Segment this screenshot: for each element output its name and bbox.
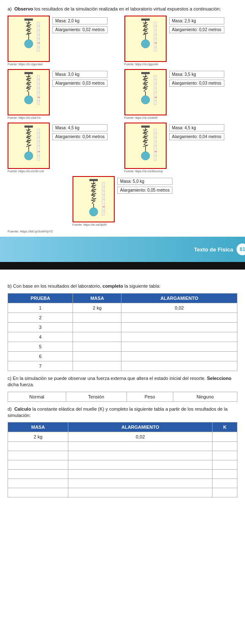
- svg-rect-44: [24, 126, 33, 128]
- option-tension[interactable]: Tensión: [66, 392, 127, 401]
- prueba-row-2: 2: [8, 313, 237, 322]
- prueba-cell-prueba-6: 6: [8, 351, 73, 361]
- section-d-text: la constante elástica del muelle (K) y c…: [8, 406, 228, 418]
- section-a-text: los resultados de la simulación realizad…: [33, 6, 221, 11]
- col-alarg: ALARGAMIENTO: [121, 293, 237, 303]
- calc-cell-k-1: [213, 432, 237, 442]
- svg-point-36: [141, 96, 150, 104]
- calc-cell-k-4: [213, 460, 237, 470]
- experiment-1: Fuente: https://rb.clppc4a4 Masa: 2,0 kg…: [8, 16, 121, 66]
- prueba-cell-alarg-3: [121, 322, 237, 332]
- exp4-source: Fuente: https://rb.cls/de8r: [124, 116, 158, 119]
- section-a-bold: Observo: [14, 6, 33, 11]
- prueba-cell-prueba-3: 3: [8, 322, 73, 332]
- svg-point-58: [141, 152, 150, 160]
- experiment-4: Fuente: https://rb.cls/de8r Masa: 3,5 kg…: [124, 69, 238, 119]
- calc-cell-k-6: [213, 479, 237, 488]
- section-a-intro: a) Observo los resultados de la simulaci…: [8, 6, 237, 12]
- section-d-label: d): [8, 406, 12, 412]
- svg-point-3: [24, 40, 33, 48]
- svg-rect-0: [24, 19, 33, 21]
- experiments-grid: Fuente: https://rb.clppc4a4 Masa: 2,0 kg…: [8, 16, 237, 173]
- calc-cell-alarg-2: [68, 442, 213, 451]
- exp4-spring-image: [124, 69, 167, 115]
- calc-cell-k-5: [213, 470, 237, 479]
- calc-cell-k-3: [213, 451, 237, 460]
- exp2-details: Masa: 2,5 kg Alargamiento: 0,02 metros: [169, 16, 224, 33]
- calc-cell-k-2: [213, 442, 237, 451]
- prueba-cell-prueba-7: 7: [8, 361, 73, 371]
- exp5-source: Fuente: https://rb.cls/3b cc8: [8, 170, 44, 173]
- spring-svg-5: [12, 125, 46, 167]
- banner-text: Texto de Física: [194, 246, 233, 253]
- prueba-cell-prueba-2: 2: [8, 313, 73, 322]
- prueba-cell-prueba-1: 1: [8, 303, 73, 313]
- svg-rect-70: [102, 182, 105, 215]
- exp6-spring-image: [124, 123, 167, 169]
- forces-table: Normal Tensión Peso Ninguno: [8, 392, 237, 402]
- experiment-3: Fuente: https://rb.cls/k7m Masa: 3,0 kg …: [8, 69, 121, 119]
- exp7-spring-image: [73, 176, 115, 222]
- exp1-img-wrapper: Fuente: https://rb.clppc4a4: [8, 16, 50, 66]
- calc-cell-masa-2: [8, 442, 68, 451]
- banner-badge: 81: [237, 243, 245, 255]
- calc-cell-masa-7: [8, 488, 68, 497]
- exp2-masa: Masa: 2,5 kg: [169, 17, 224, 24]
- prueba-cell-masa-3: [73, 322, 121, 332]
- exp6-details: Masa: 4,5 kg Alargamiento: 0,04 metros: [169, 123, 224, 140]
- section-d: d) Calculo la constante elástica del mue…: [8, 406, 237, 498]
- spring-svg-6: [129, 125, 162, 167]
- option-peso[interactable]: Peso: [127, 392, 173, 401]
- svg-point-14: [141, 40, 150, 48]
- prueba-row-5: 5: [8, 342, 237, 351]
- exp2-source: Fuente: https://rb.clppc4m: [124, 63, 159, 66]
- calc-cell-masa-4: [8, 460, 68, 470]
- spring-svg-4: [129, 71, 162, 113]
- experiment-7: Fuente: https://rb.cls/5p99 Masa: 5,0 kg…: [73, 176, 172, 226]
- prueba-row-6: 6: [8, 351, 237, 361]
- calc-cell-alarg-5: [68, 470, 213, 479]
- svg-rect-55: [141, 126, 150, 128]
- calc-row-6: [8, 479, 237, 488]
- exp5-details: Masa: 4,5 kg Alargamiento: 0,04 metros: [52, 123, 108, 140]
- exp1-source: Fuente: https://rb.clppc4a4: [8, 63, 43, 66]
- section-b: b) Con base en los resultados del labora…: [8, 283, 237, 371]
- section-c-label: c): [8, 376, 11, 381]
- calc-cell-alarg-6: [68, 479, 213, 488]
- experiment-5: Fuente: https://rb.cls/3b cc8 Masa: 4,5 …: [8, 123, 121, 173]
- section-c-bold: Selecciono: [207, 376, 232, 381]
- exp6-source: Fuente: https://rb.cls/3bvcm/p: [124, 170, 163, 173]
- exp3-source: Fuente: https://rb.cls/k7m: [8, 116, 41, 119]
- prueba-table: PRUEBA MASA ALARGAMIENTO 12 kg0,02234567: [8, 293, 237, 371]
- exp7-img-wrapper: Fuente: https://rb.cls/5p99: [73, 176, 115, 226]
- prueba-row-4: 4: [8, 332, 237, 342]
- prueba-cell-alarg-4: [121, 332, 237, 342]
- calc-row-7: [8, 488, 237, 497]
- spring-svg-2: [129, 18, 162, 60]
- experiment-2: Fuente: https://rb.clppc4m Masa: 2,5 kg …: [124, 16, 238, 66]
- calc-col-k: K: [213, 422, 237, 432]
- exp7-source: Fuente: https://rb.cls/5p99: [73, 223, 107, 226]
- svg-point-47: [24, 152, 33, 160]
- calc-table: MASA ALARGAMIENTO K 2 kg0,02: [8, 422, 237, 497]
- option-normal[interactable]: Normal: [8, 392, 66, 401]
- col-prueba: PRUEBA: [8, 293, 73, 303]
- prueba-cell-prueba-4: 4: [8, 332, 73, 342]
- exp4-masa: Masa: 3,5 kg: [169, 71, 224, 78]
- prueba-row-1: 12 kg0,02: [8, 303, 237, 313]
- exp3-img-wrapper: Fuente: https://rb.cls/k7m: [8, 69, 50, 119]
- section-c-text: En la simulación se puede observar una f…: [13, 376, 207, 381]
- prueba-row-3: 3: [8, 322, 237, 332]
- prueba-cell-masa-2: [73, 313, 121, 322]
- prueba-cell-alarg-1: 0,02: [121, 303, 237, 313]
- prueba-cell-alarg-2: [121, 313, 237, 322]
- prueba-cell-masa-6: [73, 351, 121, 361]
- calc-cell-alarg-1: 0,02: [68, 432, 213, 442]
- option-ninguno[interactable]: Ninguno: [173, 392, 237, 401]
- prueba-cell-masa-5: [73, 342, 121, 351]
- calc-cell-masa-1: 2 kg: [8, 432, 68, 442]
- exp5-masa: Masa: 4,5 kg: [52, 124, 108, 131]
- section-d-bold: Calculo: [14, 406, 31, 412]
- prueba-cell-prueba-5: 5: [8, 342, 73, 351]
- black-bar: [0, 262, 245, 270]
